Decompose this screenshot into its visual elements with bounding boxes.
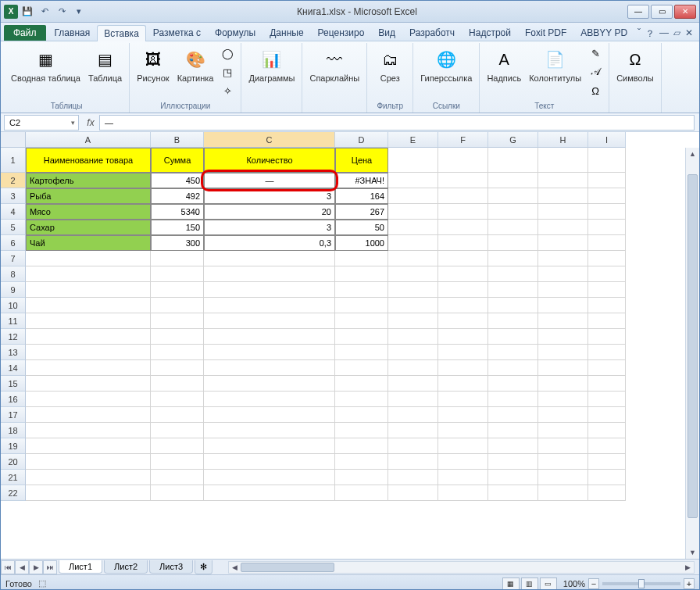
ribbon-tab-0[interactable]: Главная — [48, 24, 98, 41]
ribbon-tab-7[interactable]: Разработч — [402, 24, 462, 41]
cell-I2[interactable] — [588, 173, 626, 188]
cell-E9[interactable] — [388, 282, 438, 298]
cell-E3[interactable] — [388, 188, 438, 204]
cell-H21[interactable] — [538, 470, 588, 485]
cell-B15[interactable] — [151, 376, 204, 392]
cell-H18[interactable] — [538, 423, 588, 438]
cell-A8[interactable] — [26, 266, 151, 282]
row-header-16[interactable]: 16 — [1, 392, 26, 407]
cell-I11[interactable] — [588, 313, 626, 329]
ribbon-tab-9[interactable]: Foxit PDF — [518, 24, 573, 41]
ribbon-tab-2[interactable]: Разметка с — [146, 24, 208, 41]
cell-H22[interactable] — [538, 485, 588, 501]
row-header-10[interactable]: 10 — [1, 298, 26, 313]
cell-H6[interactable] — [538, 235, 588, 251]
cell-I19[interactable] — [588, 438, 626, 454]
cell-D4[interactable]: 267 — [335, 204, 388, 220]
col-header-F[interactable]: F — [438, 132, 488, 148]
col-header-D[interactable]: D — [335, 132, 388, 148]
cell-A16[interactable] — [26, 392, 151, 407]
cell-I4[interactable] — [588, 204, 626, 220]
cell-I16[interactable] — [588, 392, 626, 407]
cell-G15[interactable] — [488, 376, 538, 392]
cell-I17[interactable] — [588, 407, 626, 423]
cell-C3[interactable]: 3 — [204, 188, 335, 204]
doc-minimize-icon[interactable]: — — [659, 27, 669, 41]
symbols-button[interactable]: ΩСимволы — [614, 45, 656, 85]
col-header-G[interactable]: G — [488, 132, 538, 148]
cell-B11[interactable] — [151, 313, 204, 329]
cell-D7[interactable] — [335, 251, 388, 266]
cell-C11[interactable] — [204, 313, 335, 329]
horizontal-scrollbar[interactable]: ◀ ▶ — [228, 561, 695, 574]
macro-record-icon[interactable]: ⬚ — [38, 578, 46, 588]
cell-E10[interactable] — [388, 298, 438, 313]
charts-button[interactable]: 📊Диаграммы — [246, 45, 297, 85]
cell-A2[interactable]: Картофель — [26, 173, 151, 188]
cell-A14[interactable] — [26, 360, 151, 376]
cell-A7[interactable] — [26, 251, 151, 266]
cell-F6[interactable] — [438, 235, 488, 251]
cell-D3[interactable]: 164 — [335, 188, 388, 204]
cell-G10[interactable] — [488, 298, 538, 313]
cell-F17[interactable] — [438, 407, 488, 423]
col-header-C[interactable]: C — [204, 132, 335, 148]
row-header-18[interactable]: 18 — [1, 423, 26, 438]
cell-H16[interactable] — [538, 392, 588, 407]
cell-E13[interactable] — [388, 345, 438, 360]
cell-E7[interactable] — [388, 251, 438, 266]
cell-F22[interactable] — [438, 485, 488, 501]
cell-B14[interactable] — [151, 360, 204, 376]
picture-button[interactable]: 🖼Рисунок — [134, 45, 172, 85]
file-tab[interactable]: Файл — [4, 25, 46, 41]
cell-F2[interactable] — [438, 173, 488, 188]
cell-A1[interactable]: Наименование товара — [26, 148, 151, 173]
cell-G13[interactable] — [488, 345, 538, 360]
scroll-left-arrow[interactable]: ◀ — [229, 563, 241, 571]
cell-D14[interactable] — [335, 360, 388, 376]
cell-F11[interactable] — [438, 313, 488, 329]
cell-D6[interactable]: 1000 — [335, 235, 388, 251]
save-button[interactable]: 💾 — [20, 4, 35, 20]
row-header-1[interactable]: 1 — [1, 148, 26, 173]
ribbon-tab-1[interactable]: Вставка — [97, 25, 146, 41]
cell-C7[interactable] — [204, 251, 335, 266]
cell-E4[interactable] — [388, 204, 438, 220]
cell-A10[interactable] — [26, 298, 151, 313]
col-header-A[interactable]: A — [26, 132, 151, 148]
cell-A11[interactable] — [26, 313, 151, 329]
cell-G20[interactable] — [488, 454, 538, 470]
cell-A21[interactable] — [26, 470, 151, 485]
table-button[interactable]: ▤Таблица — [86, 45, 124, 85]
cell-A22[interactable] — [26, 485, 151, 501]
cell-D11[interactable] — [335, 313, 388, 329]
row-header-12[interactable]: 12 — [1, 329, 26, 345]
cell-C4[interactable]: 20 — [204, 204, 335, 220]
redo-button[interactable]: ↷ — [54, 4, 70, 20]
undo-button[interactable]: ↶ — [37, 4, 52, 20]
cell-F14[interactable] — [438, 360, 488, 376]
sheet-tab-Лист1[interactable]: Лист1 — [59, 560, 102, 574]
cell-C8[interactable] — [204, 266, 335, 282]
cell-H14[interactable] — [538, 360, 588, 376]
cell-B10[interactable] — [151, 298, 204, 313]
cell-H8[interactable] — [538, 266, 588, 282]
ribbon-tab-5[interactable]: Рецензиро — [311, 24, 372, 41]
cell-I18[interactable] — [588, 423, 626, 438]
cell-D10[interactable] — [335, 298, 388, 313]
view-page-layout[interactable]: ▥ — [521, 577, 538, 590]
cell-G7[interactable] — [488, 251, 538, 266]
cell-I15[interactable] — [588, 376, 626, 392]
small-btn-6-0[interactable]: ✎ — [587, 45, 604, 62]
hyperlink-button[interactable]: 🌐Гиперссылка — [418, 45, 474, 85]
cell-D19[interactable] — [335, 438, 388, 454]
cell-B8[interactable] — [151, 266, 204, 282]
cell-D22[interactable] — [335, 485, 388, 501]
cell-I1[interactable] — [588, 148, 626, 173]
cell-E22[interactable] — [388, 485, 438, 501]
cell-H5[interactable] — [538, 220, 588, 235]
row-header-5[interactable]: 5 — [1, 220, 26, 235]
cell-G9[interactable] — [488, 282, 538, 298]
ribbon-tab-10[interactable]: ABBYY PD — [573, 24, 634, 41]
cell-C10[interactable] — [204, 298, 335, 313]
